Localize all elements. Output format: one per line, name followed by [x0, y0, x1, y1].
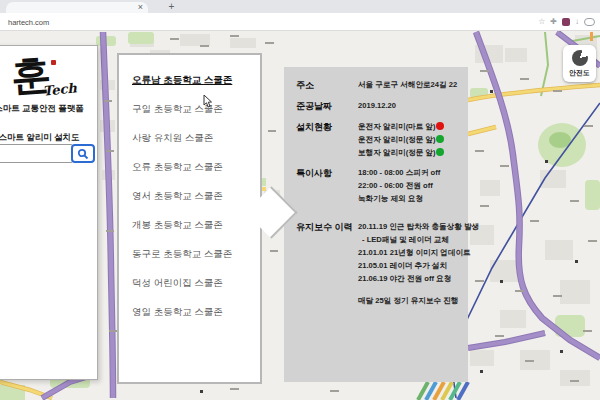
bookmark-star-icon[interactable]: ☆ [538, 17, 545, 27]
zone-item-3[interactable]: 오류 초등학교 스쿨존 [119, 161, 260, 190]
extensions-icon[interactable]: ✚ [550, 17, 557, 27]
zone-item-label: 오류 초등학교 스쿨존 [132, 161, 223, 174]
sidebar: 훈 Tech 스마트 교통안전 플랫폼 스마트 알리미 설치도 [0, 45, 98, 380]
zone-item-1[interactable]: 구일 초등학교 스쿨존 [119, 103, 260, 132]
maintenance-history-label: 유지보수 이력 [296, 221, 353, 234]
search-input[interactable] [0, 144, 73, 163]
note-1: 22:00 - 06:00 전원 off [358, 181, 433, 191]
search-row [0, 144, 95, 163]
note-2: 녹화기능 제외 요청 [358, 194, 423, 204]
zone-item-6[interactable]: 동구로 초등학교 스쿨존 [119, 248, 260, 277]
completion-date-value: 2019.12.20 [358, 101, 396, 110]
safety-level-label: 안전도 [569, 68, 589, 78]
zone-item-label: 오류남 초등학교 스쿨존 [132, 74, 232, 87]
app-window: × + hartech.com ☆ ✚ ↓ 훈 Tech 스마트 교통안전 플랫… [0, 0, 600, 400]
magnifier-icon [77, 148, 89, 160]
notes-label: 특이사항 [296, 167, 332, 180]
zone-item-5[interactable]: 개봉 초등학교 스쿨존 [119, 219, 260, 248]
zone-item-label: 영서 초등학교 스쿨존 [132, 190, 223, 203]
browser-urlbar: hartech.com ☆ ✚ ↓ [0, 13, 600, 31]
logo-red-seal [51, 60, 56, 65]
zone-item-label: 덕성 어린이집 스쿨존 [132, 277, 223, 290]
history-2: 21.01.01 21년형 이미지 업데이트 [358, 248, 471, 258]
search-button[interactable] [71, 144, 95, 163]
install-item-1: 운전자 알리미(정문 앞) [358, 135, 436, 145]
install-item-0: 운전자 알리미(마트 앞) [358, 122, 436, 132]
zone-list-panel: 오류남 초등학교 스쿨존 구일 초등학교 스쿨존 사랑 유치원 스쿨존 오류 초… [117, 53, 262, 384]
platform-tagline: 스마트 교통안전 플랫폼 [0, 103, 99, 115]
browser-tab[interactable]: × [6, 2, 148, 13]
history-0: 20.11.19 인근 탑차와 충돌상황 발생 [358, 222, 479, 232]
address-value: 서울 구로구 서해안로24길 22 [358, 80, 457, 90]
status-dot-green [436, 135, 444, 143]
pie-chart-icon [572, 50, 588, 66]
account-oval-icon[interactable] [584, 18, 595, 26]
completion-date-label: 준공날짜 [296, 100, 332, 113]
status-dot-green [436, 148, 444, 156]
history-1: - LED패널 및 레이더 교체 [362, 235, 449, 245]
mouse-cursor-icon [203, 95, 214, 108]
zone-item-label: 사랑 유치원 스쿨존 [132, 132, 213, 145]
urlbar-icons: ☆ ✚ ↓ [538, 17, 595, 27]
history-3: 21.05.01 레이더 추가 설치 [358, 261, 447, 271]
status-dot-red [436, 122, 444, 130]
safety-level-button[interactable]: 안전도 [563, 45, 596, 82]
history-4: 21.06.19 야간 전원 off 요청 [358, 274, 451, 284]
zone-item-label: 개봉 초등학교 스쿨존 [132, 219, 223, 232]
new-tab-button[interactable]: + [165, 0, 178, 13]
zone-item-7[interactable]: 덕성 어린이집 스쿨존 [119, 277, 260, 306]
zone-item-8[interactable]: 영일 초등학교 스쿨존 [119, 306, 260, 335]
url-text[interactable]: hartech.com [8, 18, 49, 27]
zone-item-0[interactable]: 오류남 초등학교 스쿨존 [119, 74, 260, 103]
history-footer: 매달 25일 정기 유지보수 진행 [358, 296, 458, 306]
download-icon[interactable]: ↓ [575, 17, 579, 27]
note-0: 18:00 - 08:00 스피커 off [358, 168, 440, 178]
logo-tech: Tech [42, 80, 77, 98]
zone-list: 오류남 초등학교 스쿨존 구일 초등학교 스쿨존 사랑 유치원 스쿨존 오류 초… [119, 55, 260, 335]
zone-item-4[interactable]: 영서 초등학교 스쿨존 [119, 190, 260, 219]
install-map-label: 스마트 알리미 설치도 [0, 132, 99, 144]
zone-detail-panel: 주소 서울 구로구 서해안로24길 22 준공날짜 2019.12.20 설치현… [284, 67, 468, 382]
install-item-2: 보행자 알리미(정문 앞) [358, 148, 436, 158]
zone-item-2[interactable]: 사랑 유치원 스쿨존 [119, 132, 260, 161]
address-label: 주소 [296, 79, 314, 92]
install-status-label: 설치현황 [296, 121, 332, 134]
profile-avatar[interactable] [562, 18, 570, 26]
tab-close-icon[interactable]: × [138, 2, 143, 13]
browser-tabstrip: × + [0, 0, 600, 13]
zone-item-label: 영일 초등학교 스쿨존 [132, 306, 223, 319]
zone-item-label: 동구로 초등학교 스쿨존 [132, 248, 232, 261]
